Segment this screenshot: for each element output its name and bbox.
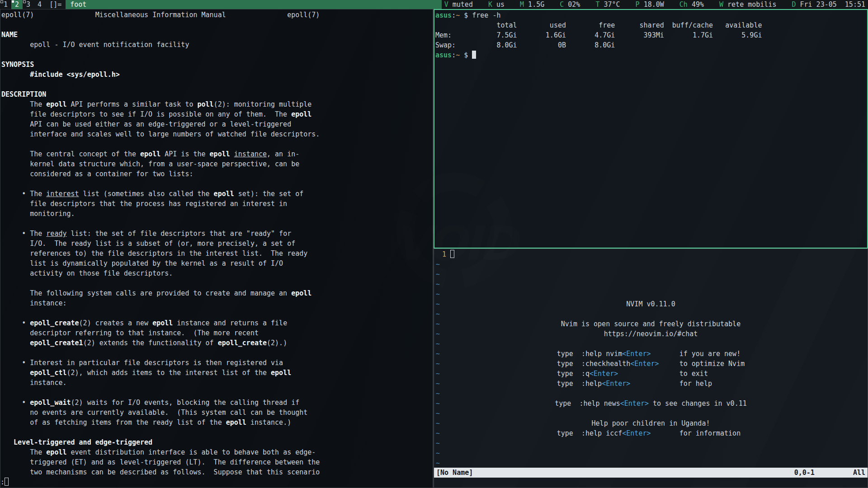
man-line: • epoll_create(2) creates a new epoll in… bbox=[1, 318, 433, 328]
tag-4[interactable]: 4 bbox=[34, 0, 45, 9]
status-segment-c: C 02% bbox=[560, 0, 580, 9]
man-line: #include <sys/epoll.h> bbox=[1, 70, 433, 80]
status-key: C bbox=[560, 0, 564, 9]
nvim-row: ~type :help iccf<Enter> for information bbox=[434, 428, 868, 438]
layout-indicator[interactable]: []= bbox=[45, 0, 66, 9]
nvim-intro-line: type :help news<Enter> to see changes in… bbox=[434, 399, 868, 408]
focused-window-title: foot bbox=[66, 0, 442, 9]
plain-text: (2), which adds items to the interest li… bbox=[67, 369, 271, 377]
man-line: two mechanisms can be described as follo… bbox=[1, 467, 433, 477]
workspace-tags: 1234 bbox=[0, 0, 45, 9]
status-key: P bbox=[636, 0, 640, 9]
nvim-cmdline[interactable] bbox=[434, 478, 868, 488]
nvim-row: ~ bbox=[434, 259, 868, 269]
plain-text: • The bbox=[1, 230, 46, 238]
plain-text: (2): monitoring multiple bbox=[214, 100, 312, 108]
nvim-eob-tilde: ~ bbox=[434, 260, 440, 268]
man-line: The epoll API performs a similar task to… bbox=[1, 99, 433, 109]
nvim-intro-line: https://neovim.io/#chat bbox=[434, 329, 868, 339]
plain-text: • Interest in particular file descriptor… bbox=[1, 359, 283, 367]
nvim-row: ~ bbox=[434, 309, 868, 319]
terminal-window-shell[interactable]: asus:~ $ free -h total used free shared … bbox=[434, 9, 868, 249]
plain-text: type :help iccf bbox=[557, 429, 623, 437]
man-line: file descriptors that the process has re… bbox=[1, 199, 433, 209]
plain-text: triggered (ET) and as level-triggered (L… bbox=[1, 458, 320, 466]
plain-text: , an in- bbox=[267, 150, 299, 158]
nvim-cursor bbox=[450, 250, 454, 258]
plain-text: monitoring. bbox=[1, 210, 75, 218]
nvim-row: ~NVIM v0.11.0 bbox=[434, 299, 868, 309]
nvim-eob-tilde: ~ bbox=[434, 459, 440, 467]
man-line: DESCRIPTION bbox=[1, 89, 433, 99]
plain-text: epoll(7) Miscellaneous Information Manua… bbox=[1, 11, 320, 19]
plain-text: interface and scales well to large numbe… bbox=[1, 130, 320, 138]
man-line: references to) the file descriptors in t… bbox=[1, 249, 433, 258]
tag-label: 4 bbox=[38, 0, 42, 9]
nvim-eob-tilde: ~ bbox=[434, 439, 440, 447]
plain-text: no events are currently available. (This… bbox=[1, 408, 307, 417]
status-bar: 1234 []= foot V mutedK usM 1.5GC 02%T 37… bbox=[0, 0, 868, 9]
status-segment-d: D Fri 23-05 15:51 bbox=[792, 0, 865, 9]
plain-text: kernel data structure which, from a user… bbox=[1, 160, 299, 168]
terminal-window-manpage[interactable]: epoll(7) Miscellaneous Information Manua… bbox=[0, 9, 433, 488]
prompt-host: asus bbox=[435, 11, 452, 19]
plain-text: Nvim is open source and freely distribut… bbox=[561, 320, 741, 328]
status-value: 1.5G bbox=[524, 0, 544, 9]
man-line bbox=[1, 348, 433, 358]
plain-text bbox=[230, 150, 234, 158]
man-line: The following system calls are provided … bbox=[1, 288, 433, 298]
status-segment-w: W rete mobilis bbox=[719, 0, 776, 9]
nvim-eob-tilde: ~ bbox=[434, 409, 440, 418]
nvim-window[interactable]: 1 ~~~~~NVIM v0.11.0~~Nvim is open source… bbox=[434, 249, 868, 488]
plain-text: API is the bbox=[160, 150, 209, 158]
man-line: list is dynamically populated by the ker… bbox=[1, 258, 433, 268]
shell-output-line: total used free shared buff/cache availa… bbox=[435, 20, 867, 30]
shell-prompt-line[interactable]: asus:~ $ bbox=[435, 50, 867, 60]
nvim-row: ~type :help nvim<Enter> if you are new! bbox=[434, 349, 868, 359]
man-line: epoll_create1(2) extends the functionali… bbox=[1, 338, 433, 348]
prompt-separator: : bbox=[452, 51, 456, 59]
plain-text: Help poor children in Uganda! bbox=[592, 419, 710, 427]
plain-text: file descriptors that the process has re… bbox=[1, 200, 287, 208]
status-segment-t: T 37°C bbox=[595, 0, 620, 9]
status-value: muted bbox=[448, 0, 473, 9]
nvim-eob-tilde: ~ bbox=[434, 310, 440, 318]
man-line: monitoring. bbox=[1, 209, 433, 219]
prompt-path: ~ bbox=[456, 51, 460, 59]
plain-text: two mechanisms can be described as follo… bbox=[1, 468, 320, 476]
plain-text: to optimize Nvim bbox=[659, 360, 745, 368]
plain-text: • bbox=[1, 399, 30, 407]
styled-text-b: epoll_create bbox=[30, 319, 79, 327]
nvim-statusline: [No Name] 0,0-1 All bbox=[434, 468, 868, 478]
tag-client-indicator bbox=[12, 0, 14, 3]
nvim-row: ~ bbox=[434, 289, 868, 299]
man-line bbox=[1, 179, 433, 189]
man-line: considered as a container for two lists: bbox=[1, 169, 433, 179]
styled-text-enter: <Enter> bbox=[620, 399, 649, 408]
tag-label: 1 bbox=[4, 0, 8, 9]
styled-text-b: DESCRIPTION bbox=[1, 90, 46, 99]
man-line bbox=[1, 219, 433, 229]
styled-text-b: epoll bbox=[291, 289, 311, 297]
tag-2[interactable]: 2 bbox=[11, 0, 23, 9]
man-line bbox=[1, 427, 433, 437]
tag-3[interactable]: 3 bbox=[23, 0, 34, 9]
tag-1[interactable]: 1 bbox=[0, 0, 11, 9]
plain-text: list: the set of file descriptors that a… bbox=[67, 230, 292, 238]
status-key: W bbox=[719, 0, 723, 9]
nvim-line-number: 1 bbox=[434, 250, 450, 258]
styled-text-b: poll bbox=[197, 100, 213, 108]
status-key: V bbox=[444, 0, 448, 9]
man-line: activity on those file descriptors. bbox=[1, 268, 433, 278]
plain-text: event distribution interface is able to … bbox=[67, 448, 316, 456]
status-segment-k: K us bbox=[488, 0, 505, 9]
plain-text bbox=[1, 438, 14, 446]
man-line bbox=[1, 50, 433, 60]
plain-text: I/O. The ready list is a subset of (or, … bbox=[1, 239, 295, 248]
tag-client-indicator bbox=[0, 0, 3, 3]
nvim-row: ~ bbox=[434, 438, 868, 448]
plain-text: • The bbox=[1, 190, 46, 198]
plain-text: type :help bbox=[557, 380, 602, 388]
pager-prompt-line[interactable]: : bbox=[0, 477, 433, 487]
prompt-symbol: $ bbox=[460, 11, 472, 19]
